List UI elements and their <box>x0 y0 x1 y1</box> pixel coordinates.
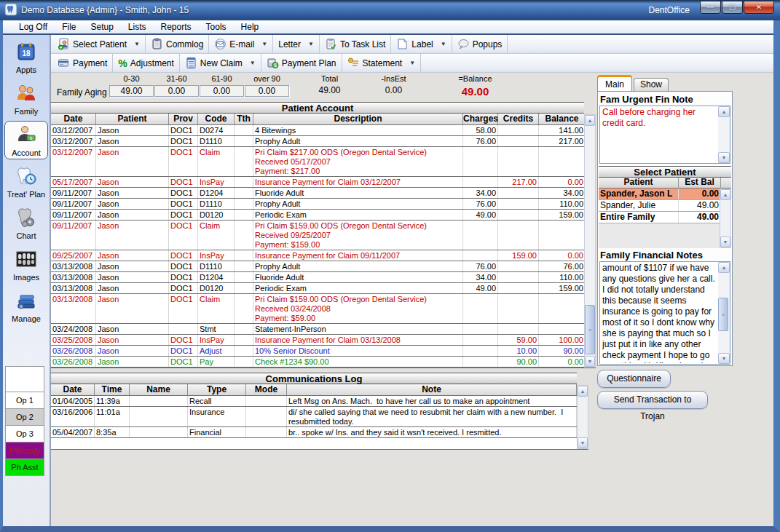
op-button-op-1[interactable]: Op 1 <box>5 392 44 409</box>
menu-help[interactable]: Help <box>234 22 267 32</box>
urgent-note-box[interactable]: Call before charging her credit card. ▲ … <box>599 106 730 164</box>
table-row[interactable]: 03/26/2008JasonDOC1Adjust10% Senior Disc… <box>51 346 584 357</box>
select-patient-scrollbar[interactable]: ▲ ▼ <box>720 188 731 248</box>
cell-prov: DOC1 <box>169 294 198 323</box>
table-row[interactable]: 03/26/2008JasonDOC1PayCheck #1234 $90.00… <box>51 357 584 368</box>
urgent-note-scrollbar[interactable]: ▲ ▼ <box>718 106 730 163</box>
table-row[interactable]: 03/13/2008JasonDOC1D1110Prophy Adult76.0… <box>51 261 584 272</box>
table-row[interactable]: 01/04/200511:39aRecallLeft Msg on Ans. M… <box>51 396 577 407</box>
sidebar-item-images[interactable]: Images <box>4 245 48 284</box>
close-button[interactable]: ✕ <box>744 1 774 14</box>
scroll-down-icon[interactable]: ▼ <box>718 353 730 364</box>
table-row[interactable]: 03/12/2007JasonDOC1ClaimPri Claim $217.0… <box>51 147 584 177</box>
scroll-up-icon[interactable]: ▲ <box>720 189 730 200</box>
table-row[interactable]: 09/11/2007JasonDOC1ClaimPri Claim $159.0… <box>51 221 584 250</box>
op-button-ph-asst[interactable]: Ph Asst <box>5 459 44 476</box>
table-row[interactable]: 03/12/2007JasonDOC1D02744 Bitewings58.00… <box>51 125 584 136</box>
cell-charges: 76.00 <box>463 199 498 209</box>
scroll-down-icon[interactable]: ▼ <box>720 237 730 247</box>
toolbar-payment-plan-button[interactable]: $Payment Plan <box>261 54 342 72</box>
op-button-op-2[interactable]: Op 2 <box>5 409 44 426</box>
chevron-down-icon[interactable]: ▼ <box>441 41 446 47</box>
scroll-up-icon[interactable]: ▲ <box>718 106 730 117</box>
table-row[interactable]: 05/04/20078:35aFinancialbr.. spoke w/ In… <box>51 427 577 438</box>
toolbar-popups-button[interactable]: Popups <box>452 35 508 53</box>
table-row[interactable]: 03/13/2008JasonDOC1ClaimPri Claim $159.0… <box>51 294 584 324</box>
scroll-down-icon[interactable]: ▼ <box>578 437 588 448</box>
scroll-track[interactable]: ≡ <box>585 126 595 356</box>
toolbar-new-claim-button[interactable]: New Claim▼ <box>180 54 261 72</box>
patient-row[interactable]: Entire Family49.00 <box>599 212 731 223</box>
select-patient-header: PatientEst Bal <box>599 178 731 188</box>
menu-reports[interactable]: Reports <box>154 22 199 32</box>
scroll-down-icon[interactable]: ▼ <box>585 356 595 367</box>
patient-row[interactable]: Spander, Julie49.00 <box>599 200 731 212</box>
questionnaire-button[interactable]: Questionnaire <box>597 370 671 388</box>
menu-tools[interactable]: Tools <box>199 22 234 32</box>
minimize-button[interactable]: — <box>700 1 721 14</box>
toolbar-commlog-button[interactable]: Commlog <box>146 35 209 53</box>
scroll-up-icon[interactable]: ▲ <box>578 386 588 397</box>
table-row[interactable]: 03/25/2008JasonDOC1InsPayInsurance Payme… <box>51 335 584 346</box>
chart-icon <box>15 207 37 229</box>
table-row[interactable]: 03/24/2008JasonStmtStatement-InPerson <box>51 324 584 335</box>
toolbar-adjustment-button[interactable]: %Adjustment <box>113 54 179 72</box>
scroll-thumb[interactable]: ≡ <box>585 305 595 354</box>
toolbar-label-label: Label <box>411 39 433 49</box>
cell-credits <box>498 221 539 250</box>
sidebar-item-appts[interactable]: 18Appts <box>4 38 48 76</box>
toolbar-select-patient-button[interactable]: Select Patient▼ <box>52 35 146 53</box>
table-row[interactable]: 05/17/2007JasonDOC1InsPayInsurance Payme… <box>51 177 584 188</box>
tab-main[interactable]: Main <box>597 75 632 91</box>
financial-notes-scrollbar[interactable]: ▲ ≡ ▼ <box>718 262 730 364</box>
toolbar-to-task-list-button[interactable]: To Task List <box>320 35 391 53</box>
scroll-up-icon[interactable]: ▲ <box>718 262 730 273</box>
table-row[interactable]: 09/11/2007JasonDOC1D1204Fluoride Adult34… <box>51 188 584 199</box>
sidebar-item-chart[interactable]: Chart <box>4 204 48 242</box>
menu-log-off[interactable]: Log Off <box>12 22 55 32</box>
chevron-down-icon[interactable]: ▼ <box>134 41 140 47</box>
scroll-track[interactable] <box>718 117 730 152</box>
menu-lists[interactable]: Lists <box>121 22 154 32</box>
table-row[interactable]: 09/11/2007JasonDOC1D0120Periodic Exam49.… <box>51 210 584 221</box>
op-button-blank[interactable] <box>5 366 44 392</box>
scroll-track[interactable]: ≡ <box>718 273 730 353</box>
op-button-ptready[interactable]: PtReady <box>5 442 44 459</box>
maximize-button[interactable]: ▢ <box>722 1 743 14</box>
op-button-op-3[interactable]: Op 3 <box>5 426 44 442</box>
table-row[interactable]: 03/12/2007JasonDOC1D1110Prophy Adult76.0… <box>51 136 584 147</box>
tab-show[interactable]: Show <box>634 78 669 91</box>
toolbar-statement-button[interactable]: Statement▼ <box>342 54 422 72</box>
chevron-down-icon[interactable]: ▼ <box>308 41 314 47</box>
sidebar-item-account[interactable]: $Account <box>4 121 48 159</box>
chevron-down-icon[interactable]: ▼ <box>261 41 267 47</box>
scroll-track[interactable] <box>578 397 588 437</box>
chevron-down-icon[interactable]: ▼ <box>409 60 415 66</box>
scroll-down-icon[interactable]: ▼ <box>718 152 730 163</box>
commlog-rows: 01/04/200511:39aRecallLeft Msg on Ans. M… <box>51 396 577 449</box>
account-scrollbar[interactable]: ▲ ≡ ▼ <box>584 114 596 368</box>
table-row[interactable]: 03/16/200611:01aInsurancedi/ she called … <box>51 407 577 427</box>
patient-row[interactable]: Spander, Jason L0.00 <box>599 188 731 200</box>
table-row[interactable]: 03/13/2008JasonDOC1D0120Periodic Exam49.… <box>51 283 584 294</box>
send-transaction-trojan-button[interactable]: Send Transaction to Trojan <box>597 391 708 409</box>
commlog-scrollbar[interactable]: ▲ ▼ <box>577 385 588 449</box>
table-row[interactable]: 09/11/2007JasonDOC1D1110Prophy Adult76.0… <box>51 199 584 210</box>
sidebar-item-treat-plan[interactable]: Treat' Plan <box>4 162 48 201</box>
scroll-thumb[interactable]: ≡ <box>718 298 728 331</box>
table-row[interactable]: 03/13/2008JasonDOC1D1204Fluoride Adult34… <box>51 272 584 283</box>
scroll-track[interactable] <box>720 200 730 237</box>
toolbar-payment-button[interactable]: Payment <box>52 54 113 72</box>
financial-notes-box[interactable]: amount of $1107 if we have any questions… <box>599 261 730 365</box>
toolbar-label-button[interactable]: Label▼ <box>391 35 452 53</box>
menu-setup[interactable]: Setup <box>83 22 120 32</box>
menu-file[interactable]: File <box>55 22 83 32</box>
aging-over-90: over 900.00 <box>245 74 289 97</box>
toolbar-e-mail-button[interactable]: E-mail▼ <box>209 35 273 53</box>
table-row[interactable]: 09/25/2007JasonDOC1InsPayInsurance Payme… <box>51 250 584 261</box>
sidebar-item-manage[interactable]: Manage <box>4 287 48 325</box>
scroll-up-icon[interactable]: ▲ <box>585 115 595 126</box>
sidebar-item-family[interactable]: Family <box>4 79 48 118</box>
chevron-down-icon[interactable]: ▼ <box>250 60 256 66</box>
toolbar-letter-button[interactable]: Letter▼ <box>273 35 320 53</box>
